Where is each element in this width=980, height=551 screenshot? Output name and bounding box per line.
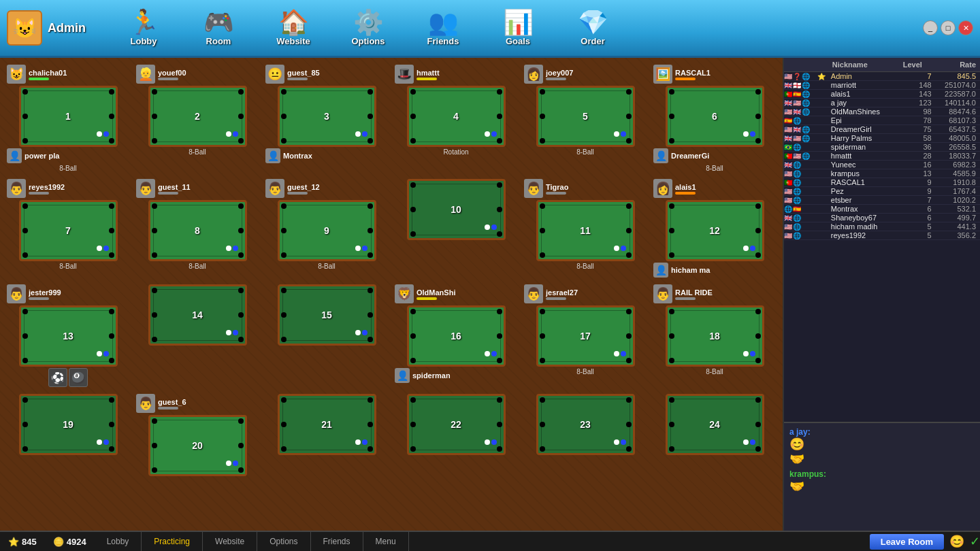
player-row-13[interactable]: 🇺🇸🌐 Pez 9 1767.4 [784,187,980,196]
pocket-mr-20 [238,443,244,448]
player-row-18[interactable]: 🇺🇸🌐 reyes1992 5 356.2 [784,231,980,240]
player-rate-8: 26558.5 [934,143,980,152]
pool-table-10[interactable]: 10 [407,179,506,240]
nav-friends[interactable]: 👥 Friends [419,10,467,46]
pool-table-7[interactable]: 7 [19,200,118,261]
pool-table-6[interactable]: 6 [666,86,764,147]
pool-table-19[interactable]: 19 [19,394,118,455]
pool-table-21[interactable]: 21 [278,394,376,455]
player-row-1[interactable]: 🇬🇧🏴󠁧󠁢󠁥󠁮󠁧󠁿🌐 marriott 148 251074.0 [784,81,980,90]
player-row-4[interactable]: 🇺🇸🇬🇧🌐 OldManShines 98 88474.6 [784,107,980,116]
host-name-18: RAIL RIDE [675,288,776,297]
room-cell-20: 👨 guest_6 20 [136,394,259,476]
player-row-16[interactable]: 🇬🇧🌐 Shaneyboy67 6 499.7 [784,214,980,222]
player-row-0[interactable]: 🇺🇸❓🌐 ⭐ Admin 7 845.5 [784,72,980,81]
player-row-7[interactable]: 🇬🇧🇺🇸🌐 Harry Palms 58 48005.0 [784,134,980,143]
pool-table-12[interactable]: 12 [666,200,764,261]
pool-table-24[interactable]: 24 [666,394,764,455]
player-row-2[interactable]: 🇵🇹🇪🇸🌐 alais1 143 223587.0 [784,90,980,99]
ball-white-20 [226,461,231,466]
player-flags-3: 🇬🇧🇺🇸🌐 [784,99,817,107]
pool-table-11[interactable]: 11 [536,200,635,261]
tab-friends[interactable]: Friends [311,532,363,551]
second-avatar-3: 👤 [265,148,280,163]
pool-table-1[interactable]: 1 [19,86,118,147]
pool-table-15[interactable]: 15 [278,284,376,346]
check-button[interactable]: ✓ [970,534,980,549]
player-name-2: alais1 [828,90,899,99]
pocket-mr-2 [238,114,244,119]
pool-table-20[interactable]: 20 [148,415,247,476]
room-host-2: 👱 youef00 [136,65,259,84]
player-row-8[interactable]: 🇧🇷🌐 spiderman 36 26558.5 [784,143,980,152]
player-row-14[interactable]: 🇺🇸🌐 etsber 7 1020.2 [784,196,980,205]
host-avatar-7: 👨 [7,179,26,198]
pool-table-14[interactable]: 14 [148,284,247,346]
pocket-bl-23 [540,446,545,452]
nav-goals[interactable]: 📊 Goals [494,10,542,46]
pocket-ml-18 [669,333,674,339]
room-label-8: 8-Ball [189,263,206,270]
emoji-button[interactable]: 😊 [949,534,964,549]
tab-website[interactable]: Website [203,532,257,551]
player-name-4: OldManShines [828,107,899,116]
chat-user-ajay: a jay: [789,427,811,437]
pool-table-23[interactable]: 23 [536,394,635,455]
player-row-9[interactable]: 🇵🇹🇺🇸🌐 hmattt 28 18033.7 [784,152,980,161]
player-row-6[interactable]: 🇺🇸🇬🇧🌐 DreamerGirl 75 65437.5 [784,125,980,134]
pool-table-17[interactable]: 17 [536,305,635,367]
player-level-6: 75 [899,125,934,134]
nav-room[interactable]: 🎮 Room [195,10,242,46]
table-number-13: 13 [63,331,74,341]
host-bar-11 [546,192,566,195]
minimize-button[interactable]: _ [923,20,938,35]
nav-order[interactable]: 💎 Order [569,10,617,46]
room-icon: 🎮 [203,10,234,35]
pool-table-5[interactable]: 5 [536,86,635,147]
pocket-ml-8 [152,228,157,233]
player-row-10[interactable]: 🇬🇧🌐 Yuneec 16 6982.3 [784,161,980,169]
pool-table-3[interactable]: 3 [278,86,376,147]
close-button[interactable]: ✕ [958,20,973,35]
pool-table-22[interactable]: 22 [407,394,506,455]
ball-blue-4 [491,131,497,137]
table-balls-2 [226,131,238,137]
player-row-17[interactable]: 🇺🇸🌐 hicham madih 5 441.3 [784,222,980,231]
tab-practicing[interactable]: Practicing [142,532,203,551]
player-row-5[interactable]: 🇪🇸🌐 Epi 78 68107.3 [784,116,980,125]
player-row-11[interactable]: 🇺🇸🌐 krampus 13 4585.9 [784,169,980,178]
pool-table-18[interactable]: 18 [666,305,764,367]
table-number-7: 7 [65,225,71,236]
pocket-bl-17 [540,358,545,363]
player-flags-9: 🇵🇹🇺🇸🌐 [784,152,817,161]
room-label-5: 8-Ball [576,148,594,156]
pocket-tr-11 [626,203,632,209]
player-icons-3 [817,99,828,107]
room-host-6: 🖼️ RASCAL1 [653,65,776,84]
table-number-24: 24 [709,419,720,430]
tab-menu[interactable]: Menu [363,532,409,551]
pool-table-4[interactable]: 4 [407,86,506,147]
player-row-12[interactable]: 🇵🇹🌐 RASCAL1 9 1910.8 [784,178,980,187]
room-host-13: 👨 jester999 [7,284,129,303]
pool-table-9[interactable]: 9 [278,200,376,261]
pool-table-13[interactable]: 13 [19,305,118,367]
player-row-3[interactable]: 🇬🇧🇺🇸🌐 a jay 123 140114.0 [784,99,980,107]
room-cell-14: 14 [136,284,259,387]
pool-table-8[interactable]: 8 [148,200,247,261]
nav-options[interactable]: ⚙️ Options [344,10,392,46]
nav-website[interactable]: 🏠 Website [270,10,317,46]
player-name-11: krampus [828,169,899,178]
pool-table-2[interactable]: 2 [148,86,247,147]
tab-options[interactable]: Options [257,532,310,551]
player-row-15[interactable]: 🌐🇪🇸 Montrax 6 532.1 [784,205,980,214]
second-name-6: DreamerGi [671,152,776,160]
pool-table-16[interactable]: 16 [407,305,506,367]
restore-button[interactable]: □ [941,20,956,35]
pocket-tr-17 [626,309,632,314]
ball-white-22 [485,439,490,445]
nav-lobby[interactable]: 🏃 Lobby [120,10,167,46]
tab-lobby[interactable]: Lobby [95,532,142,551]
leave-room-button[interactable]: Leave Room [870,534,944,550]
room-cell-21: 21 [265,394,388,476]
